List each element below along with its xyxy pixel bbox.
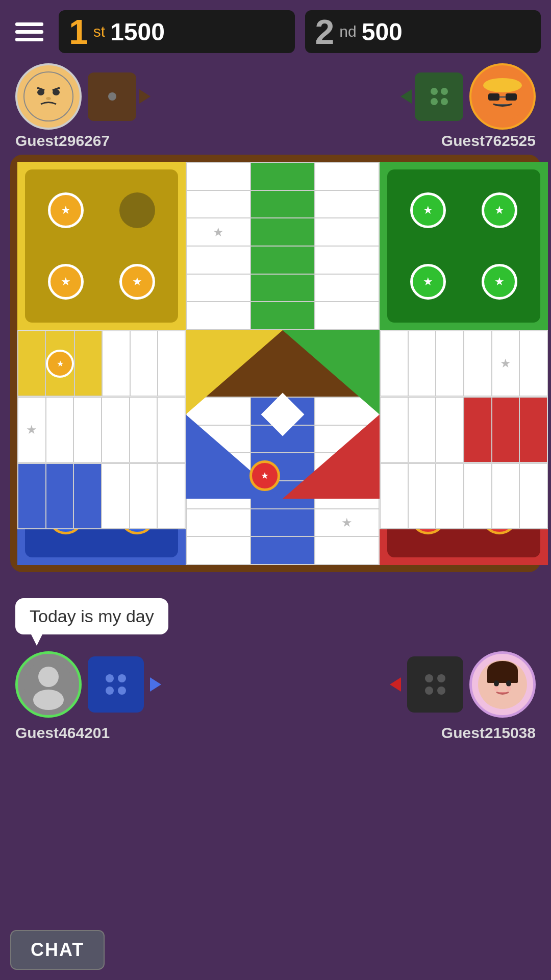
player-bottom-right-row: [390, 651, 536, 718]
score-2nd: 500: [362, 18, 403, 46]
avatar-bottom-right: [469, 651, 536, 718]
chat-button[interactable]: CHAT: [10, 930, 105, 970]
score-badge-2nd: 2nd 500: [305, 10, 541, 53]
svg-rect-10: [488, 93, 499, 101]
chat-bubble: Today is my day: [15, 598, 168, 634]
chat-message: Today is my day: [30, 606, 154, 626]
avatar-bottom-left: [15, 651, 82, 718]
svg-point-21: [494, 686, 499, 691]
piece-yellow-2: ★: [48, 264, 84, 300]
piece-yellow-3: ★: [119, 264, 155, 300]
path-top: ★: [186, 162, 380, 330]
rank-2nd-suffix: nd: [339, 23, 356, 40]
chat-button-container: CHAT: [10, 930, 105, 970]
path-left-bottom: [17, 463, 186, 529]
player-bottom-left: Today is my day: [15, 598, 168, 718]
piece-green-4: ★: [482, 264, 517, 300]
player-bottom-right: [390, 590, 536, 718]
path-left-mid: ★: [17, 397, 186, 463]
name-bottom-left: Guest464201: [15, 724, 110, 742]
dice-top-right[interactable]: [415, 72, 463, 121]
dice-top-left[interactable]: [88, 72, 136, 121]
piece-green-2: ★: [482, 192, 517, 228]
arrow-bottom-right: [390, 677, 401, 692]
bottom-player-names: Guest464201 Guest215038: [0, 720, 551, 747]
name-top-right: Guest762525: [441, 132, 536, 150]
svg-point-22: [506, 686, 511, 691]
chat-bubble-tail: [31, 633, 43, 646]
path-right-mid: [380, 397, 548, 463]
top-player-names: Guest296267 Guest762525: [0, 132, 551, 155]
ludo-board: ★ ★ ★ ★: [17, 162, 548, 565]
path-left-top: ★: [17, 330, 186, 397]
piece-green-3: ★: [410, 264, 446, 300]
avatar-top-left: [15, 63, 82, 130]
piece-green-1: ★: [410, 192, 446, 228]
score-1st: 1500: [110, 18, 165, 46]
svg-rect-11: [506, 93, 517, 101]
home-yellow-inner: ★ ★ ★: [25, 169, 178, 323]
name-top-left: Guest296267: [15, 132, 110, 150]
home-yellow: ★ ★ ★: [17, 162, 186, 330]
board-container: ★ ★ ★ ★: [10, 155, 541, 572]
path-right-top: ★: [380, 330, 548, 397]
svg-rect-9: [486, 84, 519, 89]
rank-1st-number: 1: [69, 14, 88, 49]
home-green-inner: ★ ★ ★ ★: [387, 169, 540, 323]
piece-yellow-1: ★: [48, 192, 84, 228]
dice-bottom-right[interactable]: [407, 656, 463, 713]
bottom-section: Today is my day: [0, 580, 551, 720]
path-right-bottom: [380, 463, 548, 529]
score-badge-1st: 1st 1500: [59, 10, 295, 53]
player-bottom-left-row: [15, 651, 168, 718]
svg-point-15: [33, 690, 64, 710]
svg-point-14: [38, 667, 59, 687]
piece-red-on-board: ★: [249, 460, 280, 491]
avatar-top-right: [469, 63, 536, 130]
svg-point-20: [506, 680, 511, 687]
rank-1st-suffix: st: [93, 23, 105, 40]
header: 1st 1500 2nd 500: [0, 0, 551, 58]
center-area: [186, 330, 380, 499]
dice-bottom-left[interactable]: [88, 656, 144, 713]
rank-2nd-number: 2: [315, 14, 335, 49]
home-green: ★ ★ ★ ★: [380, 162, 548, 330]
player-top-right: [400, 63, 536, 130]
player-top-left: [15, 63, 151, 130]
menu-button[interactable]: [10, 17, 48, 46]
svg-point-6: [46, 97, 51, 100]
svg-point-19: [494, 680, 499, 687]
arrow-top-left: [139, 89, 151, 104]
piece-yellow-on-board: ★: [46, 350, 74, 378]
name-bottom-right: Guest215038: [441, 724, 536, 742]
top-players-row: [0, 58, 551, 132]
arrow-top-right: [400, 89, 412, 104]
piece-yellow-empty: [119, 192, 155, 228]
arrow-bottom-left: [150, 677, 161, 692]
svg-rect-18: [487, 670, 518, 683]
